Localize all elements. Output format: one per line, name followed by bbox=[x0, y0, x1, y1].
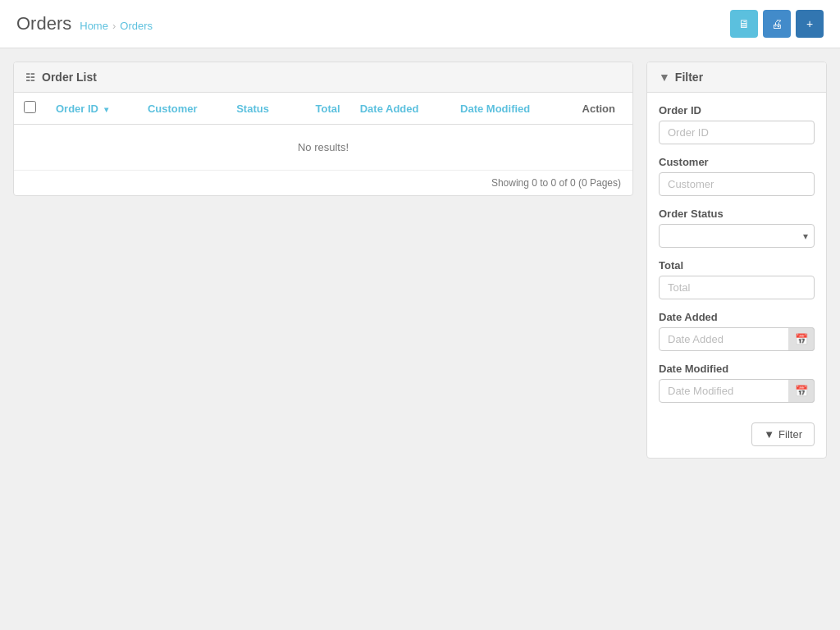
filter-btn-label: Filter bbox=[778, 428, 802, 441]
filter-status-select[interactable] bbox=[659, 224, 815, 248]
filter-date-modified-label: Date Modified bbox=[659, 363, 815, 375]
breadcrumb: Home › Orders bbox=[80, 20, 153, 32]
date-modified-calendar-button[interactable]: 📅 bbox=[788, 379, 815, 403]
order-list-header: ☷ Order List bbox=[14, 62, 632, 93]
col-checkbox bbox=[14, 93, 46, 125]
filter-order-id-input[interactable] bbox=[659, 121, 815, 144]
filter-status-label: Order Status bbox=[659, 208, 815, 220]
select-all-checkbox[interactable] bbox=[24, 101, 36, 113]
table-header-row: Order ID ▾ Customer Status Total Date Ad… bbox=[14, 93, 632, 125]
filter-customer-field: Customer bbox=[659, 156, 815, 196]
filter-customer-label: Customer bbox=[659, 156, 815, 168]
date-added-calendar-button[interactable]: 📅 bbox=[788, 327, 815, 351]
col-order-id[interactable]: Order ID ▾ bbox=[46, 93, 138, 125]
monitor-button[interactable]: 🖥 bbox=[730, 10, 758, 38]
filter-body: Order ID Customer Order Status Total bbox=[647, 93, 826, 414]
col-date-modified: Date Modified bbox=[450, 93, 565, 125]
filter-order-id-field: Order ID bbox=[659, 104, 815, 144]
calendar-icon: 📅 bbox=[795, 333, 808, 345]
calendar-icon-2: 📅 bbox=[795, 385, 808, 397]
header-actions: 🖥 🖨 + bbox=[730, 10, 824, 38]
col-status: Status bbox=[226, 93, 293, 125]
order-list-title: Order List bbox=[42, 71, 97, 84]
order-id-label: Order ID bbox=[56, 103, 98, 115]
filter-total-label: Total bbox=[659, 259, 815, 272]
filter-date-added-field: Date Added 📅 bbox=[659, 311, 815, 351]
filter-btn-icon: ▼ bbox=[764, 428, 774, 441]
sort-arrow-icon: ▾ bbox=[104, 105, 108, 114]
filter-header: ▼ Filter bbox=[647, 62, 826, 93]
filter-submit-button[interactable]: ▼ Filter bbox=[751, 422, 815, 446]
list-icon: ☷ bbox=[25, 71, 35, 84]
filter-date-added-wrapper: 📅 bbox=[659, 327, 815, 351]
plus-icon: + bbox=[806, 17, 813, 30]
pagination-info: Showing 0 to 0 of 0 (0 Pages) bbox=[14, 170, 632, 195]
no-results-text: No results! bbox=[298, 141, 349, 153]
filter-panel: ▼ Filter Order ID Customer Order Status bbox=[646, 62, 827, 459]
monitor-icon: 🖥 bbox=[738, 17, 750, 30]
filter-order-id-label: Order ID bbox=[659, 104, 815, 116]
no-results-row: No results! bbox=[14, 125, 632, 171]
title-area: Orders Home › Orders bbox=[16, 13, 153, 34]
filter-total-input[interactable] bbox=[659, 276, 815, 299]
main-layout: ☷ Order List Order ID ▾ Customer Status … bbox=[0, 48, 840, 472]
col-total: Total bbox=[294, 93, 350, 125]
order-list-panel: ☷ Order List Order ID ▾ Customer Status … bbox=[13, 62, 633, 196]
showing-text: Showing 0 to 0 of 0 (0 Pages) bbox=[491, 177, 621, 189]
breadcrumb-home[interactable]: Home bbox=[80, 20, 108, 32]
print-button[interactable]: 🖨 bbox=[763, 10, 791, 38]
filter-customer-input[interactable] bbox=[659, 172, 815, 196]
filter-title: Filter bbox=[675, 71, 703, 84]
filter-date-added-label: Date Added bbox=[659, 311, 815, 323]
filter-status-select-wrapper bbox=[659, 224, 815, 248]
filter-total-field: Total bbox=[659, 259, 815, 299]
print-icon: 🖨 bbox=[771, 17, 783, 30]
filter-status-field: Order Status bbox=[659, 208, 815, 248]
filter-funnel-icon: ▼ bbox=[659, 71, 670, 84]
col-date-added: Date Added bbox=[350, 93, 450, 125]
col-customer: Customer bbox=[138, 93, 226, 125]
breadcrumb-separator: › bbox=[112, 20, 116, 32]
orders-table: Order ID ▾ Customer Status Total Date Ad… bbox=[14, 93, 632, 170]
breadcrumb-current[interactable]: Orders bbox=[120, 20, 153, 32]
filter-footer: ▼ Filter bbox=[647, 414, 826, 458]
page-title: Orders bbox=[16, 13, 71, 34]
add-button[interactable]: + bbox=[796, 10, 824, 38]
page-header: Orders Home › Orders 🖥 🖨 + bbox=[0, 0, 840, 48]
filter-date-modified-field: Date Modified 📅 bbox=[659, 363, 815, 403]
filter-date-modified-wrapper: 📅 bbox=[659, 379, 815, 403]
col-action: Action bbox=[565, 93, 632, 125]
